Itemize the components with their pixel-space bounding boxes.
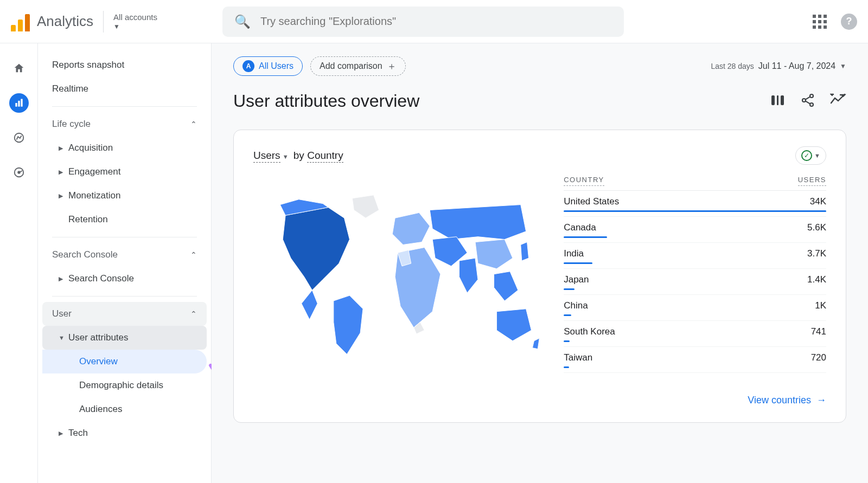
svg-rect-1 (18, 101, 20, 107)
explore-icon[interactable] (9, 128, 29, 147)
nav-audiences[interactable]: Audiences (42, 397, 207, 421)
svg-rect-8 (781, 95, 784, 105)
bar-indicator (564, 236, 607, 238)
bar-indicator (564, 366, 569, 368)
chevron-up-icon: ⌃ (190, 310, 197, 318)
chevron-down-icon: ▼ (59, 334, 68, 341)
status-pill[interactable]: ✓ ▼ (795, 146, 826, 165)
bar-indicator (564, 314, 571, 316)
bar-indicator (564, 288, 575, 290)
table-row[interactable]: Canada5.6K (564, 217, 826, 243)
col-users: USERS (798, 176, 826, 186)
add-comparison-chip[interactable]: Add comparison ＋ (310, 56, 406, 76)
search-icon: 🔍 (234, 14, 251, 29)
svg-rect-6 (771, 95, 775, 105)
advertising-icon[interactable] (9, 163, 29, 182)
svg-line-12 (806, 96, 810, 99)
bar-indicator (564, 340, 570, 342)
section-lifecycle[interactable]: Life cycle ⌃ (42, 112, 207, 136)
segment-label: All Users (259, 61, 293, 71)
country-name: Japan (564, 274, 589, 285)
nav-search-console[interactable]: ▶ Search Console (42, 267, 207, 291)
svg-rect-2 (21, 99, 22, 107)
check-circle-icon: ✓ (801, 150, 812, 161)
nav-realtime[interactable]: Realtime (42, 77, 207, 101)
nav-demographic-details[interactable]: Demographic details (42, 373, 207, 397)
chevron-down-icon: ▼ (113, 23, 157, 30)
plus-icon: ＋ (387, 60, 397, 73)
user-count: 34K (810, 196, 826, 207)
nav-user-attributes[interactable]: ▼ User attributes (42, 326, 207, 350)
customize-icon[interactable] (770, 93, 786, 110)
country-name: South Korea (564, 326, 615, 337)
date-range-value: Jul 11 - Aug 7, 2024 (758, 61, 835, 71)
nav-engagement[interactable]: ▶Engagement (42, 160, 207, 184)
user-count: 3.7K (807, 248, 826, 259)
product-name: Analytics (37, 13, 93, 30)
svg-point-10 (802, 99, 806, 102)
world-map[interactable] (253, 176, 542, 373)
table-row[interactable]: South Korea741 (564, 321, 826, 347)
chevron-right-icon: ▶ (59, 275, 68, 282)
nav-reports-snapshot[interactable]: Reports snapshot (42, 53, 207, 77)
chevron-down-icon: ▼ (283, 153, 289, 160)
country-name: Taiwan (564, 352, 592, 363)
svg-point-5 (18, 171, 20, 173)
divider (52, 106, 197, 107)
ga-logo (11, 12, 30, 31)
nav-tech[interactable]: ▶ Tech (42, 421, 207, 445)
table-row[interactable]: India3.7K (564, 243, 826, 269)
svg-rect-0 (15, 103, 17, 107)
user-count: 1K (815, 300, 826, 311)
country-name: China (564, 300, 588, 311)
nav-retention[interactable]: Retention (42, 208, 207, 231)
search-bar[interactable]: 🔍 (222, 7, 624, 37)
table-row[interactable]: China1K (564, 295, 826, 321)
chevron-right-icon: ▶ (59, 145, 68, 152)
home-icon[interactable] (9, 59, 29, 78)
nav-overview[interactable]: Overview (42, 350, 207, 373)
add-comparison-label: Add comparison (320, 61, 382, 71)
table-row[interactable]: Japan1.4K (564, 269, 826, 295)
account-label: All accounts (113, 12, 157, 22)
chevron-right-icon: ▶ (59, 430, 68, 437)
user-count: 1.4K (807, 274, 826, 285)
share-icon[interactable] (801, 93, 815, 110)
chevron-up-icon: ⌃ (190, 120, 197, 128)
svg-point-9 (810, 94, 813, 98)
nav-acquisition[interactable]: ▶Acquisition (42, 136, 207, 160)
date-range-label: Last 28 days (711, 62, 754, 70)
chevron-down-icon: ▼ (840, 62, 846, 70)
svg-rect-7 (777, 95, 778, 105)
user-count: 741 (811, 326, 826, 337)
table-row[interactable]: Taiwan720 (564, 347, 826, 373)
account-selector[interactable]: All accounts ▼ (113, 12, 157, 30)
date-range-selector[interactable]: Last 28 days Jul 11 - Aug 7, 2024 ▼ (711, 61, 846, 71)
col-country: COUNTRY (564, 176, 604, 186)
segment-chip-all-users[interactable]: A All Users (233, 56, 303, 76)
svg-line-13 (806, 101, 810, 104)
country-name: Canada (564, 222, 596, 233)
insights-icon[interactable] (830, 93, 846, 110)
reports-icon[interactable] (9, 93, 29, 113)
segment-badge: A (242, 60, 254, 72)
search-input[interactable] (260, 15, 612, 28)
user-count: 5.6K (807, 222, 826, 233)
card-metric[interactable]: Users▼ by Country (253, 150, 343, 162)
divider (103, 11, 104, 33)
svg-point-11 (810, 103, 813, 106)
chevron-right-icon: ▶ (59, 192, 68, 199)
help-icon[interactable]: ? (841, 14, 857, 30)
country-name: India (564, 248, 584, 259)
table-row[interactable]: United States34K (564, 191, 826, 217)
view-countries-link[interactable]: View countries → (748, 395, 826, 406)
divider (52, 237, 197, 237)
section-user[interactable]: User ⌃ (42, 302, 207, 326)
user-count: 720 (811, 352, 826, 363)
section-search-console[interactable]: Search Console ⌃ (42, 243, 207, 267)
divider (52, 296, 197, 297)
country-name: United States (564, 196, 619, 207)
nav-monetization[interactable]: ▶Monetization (42, 184, 207, 208)
apps-icon[interactable] (813, 15, 827, 29)
chevron-down-icon: ▼ (814, 152, 820, 159)
